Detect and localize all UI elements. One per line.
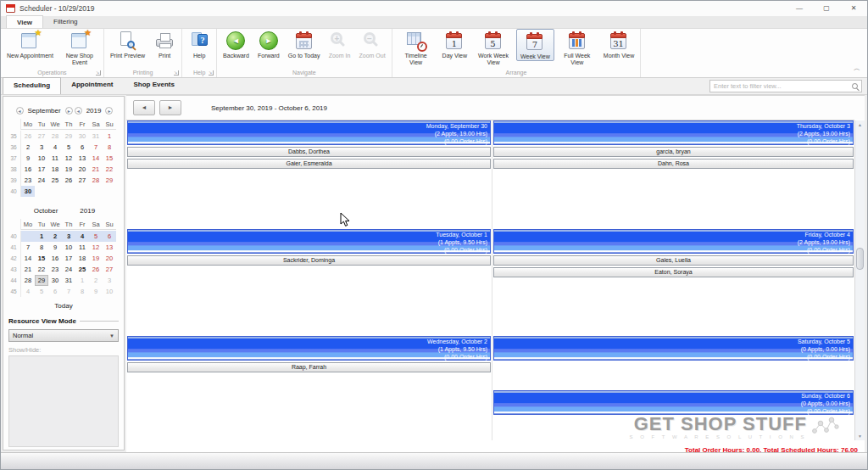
next-month-icon[interactable]: ►: [65, 107, 73, 115]
appointment[interactable]: Gaier, Esmeralda: [127, 159, 491, 169]
calendar-day[interactable]: 7: [89, 142, 103, 153]
calendar-day[interactable]: 5: [62, 142, 75, 153]
calendar-day[interactable]: 14: [21, 253, 35, 264]
day-header[interactable]: Tuesday, October 1(1 Appts, 9.50 Hrs)(0.…: [127, 229, 491, 254]
tab-shop-events[interactable]: Shop Events: [123, 77, 184, 94]
calendar-day[interactable]: 4: [75, 231, 89, 242]
calendar-day[interactable]: 30: [75, 131, 89, 142]
calendar-day[interactable]: 11: [75, 242, 89, 253]
calendar-day[interactable]: 6: [48, 286, 62, 297]
dialog-launcher-icon[interactable]: ↘: [209, 70, 214, 76]
calendar-day[interactable]: 7: [62, 286, 75, 297]
calendar-day[interactable]: 12: [62, 153, 75, 164]
calendar-day[interactable]: 10: [103, 286, 116, 297]
appointment[interactable]: garcia, bryan: [493, 147, 854, 157]
calendar-day[interactable]: 25: [48, 175, 62, 186]
new-shop-event-button[interactable]: ★New Shop Event: [58, 29, 101, 66]
calendar-day[interactable]: 3: [62, 231, 75, 242]
calendar-day[interactable]: 6: [103, 231, 116, 242]
calendar-day[interactable]: 22: [103, 164, 116, 175]
calendar-day[interactable]: 25: [75, 264, 89, 275]
filter-input[interactable]: [710, 82, 852, 90]
calendar-day[interactable]: 30: [21, 186, 35, 197]
calendar-day[interactable]: 10: [35, 153, 48, 164]
calendar-day[interactable]: 4: [21, 286, 35, 297]
calendar-day[interactable]: 1: [35, 231, 48, 242]
month-view-button[interactable]: 31Month View: [600, 29, 637, 59]
show-hide-listbox[interactable]: [8, 355, 119, 447]
calendar-day[interactable]: 20: [75, 164, 89, 175]
next-week-button[interactable]: ►: [159, 100, 181, 115]
close-button[interactable]: ✕: [840, 1, 867, 16]
day-header[interactable]: Friday, October 4(2 Appts, 19.00 Hrs)(0.…: [493, 229, 854, 254]
work-week-view-button[interactable]: 5Work Week View: [472, 29, 515, 66]
calendar-day[interactable]: 5: [35, 286, 48, 297]
calendar-day[interactable]: 8: [103, 142, 116, 153]
calendar-day[interactable]: 21: [89, 164, 103, 175]
tab-appointment[interactable]: Appointment: [61, 77, 123, 94]
day-header[interactable]: Sunday, October 6(0 Appts, 0.00 Hrs)(0.0…: [493, 390, 854, 415]
previous-year-icon[interactable]: ◄: [75, 107, 82, 115]
calendar-day[interactable]: 28: [89, 175, 103, 186]
calendar-day[interactable]: 22: [35, 264, 48, 275]
calendar-day[interactable]: 1: [103, 131, 116, 142]
calendar-day[interactable]: 8: [75, 286, 89, 297]
appointment[interactable]: Raap, Farrah: [127, 362, 491, 372]
calendar-day[interactable]: 18: [48, 164, 62, 175]
print-button[interactable]: Print: [150, 29, 179, 59]
maximize-button[interactable]: ▢: [813, 1, 840, 16]
scrollbar-thumb[interactable]: [856, 248, 864, 270]
calendar-day[interactable]: 9: [48, 242, 62, 253]
day-header[interactable]: Wednesday, October 2(1 Appts, 9.50 Hrs)(…: [127, 336, 491, 361]
calendar-day[interactable]: 2: [48, 231, 62, 242]
calendar-day[interactable]: 8: [35, 242, 48, 253]
calendar-day[interactable]: 23: [21, 175, 35, 186]
go-to-today-button[interactable]: Go to Today: [285, 29, 324, 59]
forward-button[interactable]: ►Forward: [254, 29, 283, 59]
calendar-day[interactable]: 5: [89, 231, 103, 242]
previous-month-icon[interactable]: ◄: [16, 107, 24, 115]
vertical-scrollbar[interactable]: [854, 120, 865, 440]
calendar-day[interactable]: 6: [75, 142, 89, 153]
calendar-day[interactable]: 30: [48, 275, 62, 286]
next-year-icon[interactable]: ►: [105, 107, 113, 115]
calendar-day[interactable]: 13: [103, 242, 116, 253]
day-header[interactable]: Saturday, October 5(0 Appts, 0.00 Hrs)(0…: [493, 336, 854, 361]
calendar-day[interactable]: 17: [35, 164, 48, 175]
new-appointment-button[interactable]: ★New Appointment: [3, 29, 57, 59]
calendar-day[interactable]: 28: [21, 275, 35, 286]
calendar-day[interactable]: 29: [62, 131, 75, 142]
calendar-day[interactable]: 27: [103, 264, 116, 275]
calendar-day[interactable]: 29: [35, 275, 48, 286]
calendar-day[interactable]: 14: [89, 153, 103, 164]
appointment[interactable]: Dahn, Rosa: [493, 159, 854, 169]
calendar-day[interactable]: 29: [103, 175, 116, 186]
calendar-day[interactable]: 13: [75, 153, 89, 164]
search-icon[interactable]: [852, 83, 858, 89]
calendar-day[interactable]: 9: [89, 286, 103, 297]
calendar-day[interactable]: 19: [89, 253, 103, 264]
day-header[interactable]: Monday, September 30(2 Appts, 19.00 Hrs)…: [127, 120, 491, 145]
calendar-day[interactable]: 20: [103, 253, 116, 264]
today-button[interactable]: Today: [3, 302, 124, 310]
ribbon-tab-filtering[interactable]: Filtering: [43, 15, 87, 28]
day-view-button[interactable]: 1Day View: [439, 29, 470, 59]
calendar-day[interactable]: 21: [21, 264, 35, 275]
calendar-day[interactable]: 19: [62, 164, 75, 175]
day-header[interactable]: Thursday, October 3(2 Appts, 19.00 Hrs)(…: [493, 120, 854, 145]
calendar-day[interactable]: 23: [48, 264, 62, 275]
ribbon-collapse-icon[interactable]: ︿: [854, 64, 860, 73]
full-week-view-button[interactable]: Full Week View: [556, 29, 598, 66]
calendar-day[interactable]: 15: [35, 253, 48, 264]
calendar-day[interactable]: 2: [89, 275, 103, 286]
appointment[interactable]: Sackrider, Dominga: [127, 255, 491, 266]
calendar-day[interactable]: 2: [21, 142, 35, 153]
calendar-day[interactable]: 28: [48, 131, 62, 142]
calendar-day[interactable]: 9: [21, 153, 35, 164]
calendar-day[interactable]: 15: [103, 153, 116, 164]
calendar-day[interactable]: 7: [21, 242, 35, 253]
week-view-button[interactable]: 7Week View: [516, 29, 554, 61]
calendar-day[interactable]: 3: [35, 142, 48, 153]
appointment[interactable]: Dabbs, Dorthea: [127, 147, 491, 157]
calendar-day[interactable]: 27: [35, 131, 48, 142]
